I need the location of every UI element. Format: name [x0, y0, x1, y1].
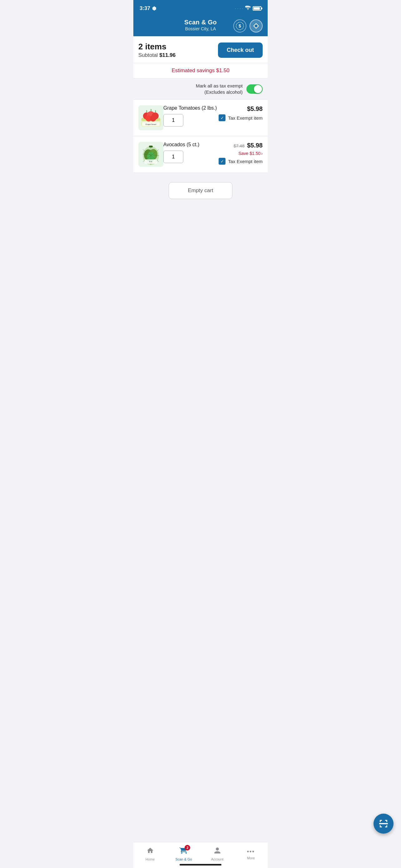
svg-text:5 ct.: 5 ct.: [149, 161, 153, 162]
item-image-tomatoes: Grape Smart: [138, 105, 163, 130]
app-header: Scan & Go Bossier City, LA $: [133, 16, 268, 36]
empty-cart-button[interactable]: Empty cart: [169, 182, 232, 199]
item-image-avocados: 5 ct.: [138, 142, 163, 167]
tax-exempt-item-tomatoes[interactable]: ✓ Tax Exempt item: [219, 114, 263, 121]
time-display: 3:37: [140, 5, 150, 11]
item-price-avocados: $5.98: [247, 142, 263, 149]
tax-exempt-item-label-tomatoes: Tax Exempt item: [228, 115, 263, 121]
savings-text: Estimated savings $1.50: [171, 67, 229, 73]
status-bar: 3:37 · · · ·: [133, 0, 268, 16]
empty-cart-section: Empty cart: [133, 173, 268, 208]
rewards-icon-button[interactable]: $: [233, 19, 246, 32]
walmart-icon-button[interactable]: [249, 19, 263, 32]
tax-exempt-global-row: Mark all as tax exempt (Excludes alcohol…: [133, 79, 268, 100]
quantity-avocados[interactable]: 1: [163, 151, 183, 163]
subtotal-row: Subtotal $11.96: [138, 52, 175, 58]
items-count: 2 items: [138, 42, 175, 52]
status-time: 3:37: [140, 5, 156, 11]
savings-banner: Estimated savings $1.50: [133, 63, 268, 79]
tax-exempt-sublabel: (Excludes alcohol): [196, 89, 243, 95]
item-old-price-avocados: $7.48: [234, 144, 244, 148]
subtotal-amount: $11.96: [159, 52, 175, 58]
item-price-tomatoes: $5.98: [247, 105, 263, 113]
signal-icon: · · · ·: [235, 7, 243, 10]
tax-exempt-toggle[interactable]: [246, 84, 263, 94]
svg-rect-19: [149, 146, 153, 148]
tax-exempt-item-label-avocados: Tax Exempt item: [228, 159, 263, 164]
svg-text:Grape Smart: Grape Smart: [145, 123, 157, 125]
tax-exempt-label: Mark all as tax exempt: [196, 83, 243, 89]
battery-icon: [253, 6, 261, 11]
svg-point-8: [150, 115, 156, 122]
svg-text:$: $: [239, 24, 241, 28]
cart-header: 2 items Subtotal $11.96 Check out: [133, 36, 268, 63]
tax-exempt-item-avocados[interactable]: ✓ Tax Exempt item: [219, 158, 263, 165]
item-name-tomatoes: Grape Tomatoes (2 lbs.): [163, 105, 219, 111]
item-name-avocados: Avocados (5 ct.): [163, 142, 219, 148]
table-row: Grape Smart Grape Tomatoes (2 lbs.) 1 $5…: [133, 100, 268, 136]
quantity-tomatoes[interactable]: 1: [163, 114, 183, 127]
tax-exempt-checkbox-avocados[interactable]: ✓: [219, 158, 226, 165]
save-arrow-icon: ›: [261, 151, 263, 156]
wifi-icon: [245, 6, 251, 11]
content-spacer: [133, 208, 268, 308]
table-row: 5 ct. Avocados (5 ct.) 1 $7.48 $5.98 Sav…: [133, 136, 268, 173]
save-amount-avocados[interactable]: Save $1.50 ›: [238, 151, 263, 156]
app-subtitle: Bossier City, LA: [184, 26, 217, 31]
tax-exempt-checkbox-tomatoes[interactable]: ✓: [219, 114, 226, 121]
cart-items-list: Grape Smart Grape Tomatoes (2 lbs.) 1 $5…: [133, 100, 268, 173]
app-title: Scan & Go: [184, 19, 217, 26]
status-icons: · · · ·: [235, 6, 261, 11]
subtotal-label: Subtotal: [138, 52, 158, 58]
checkout-button[interactable]: Check out: [218, 42, 263, 58]
